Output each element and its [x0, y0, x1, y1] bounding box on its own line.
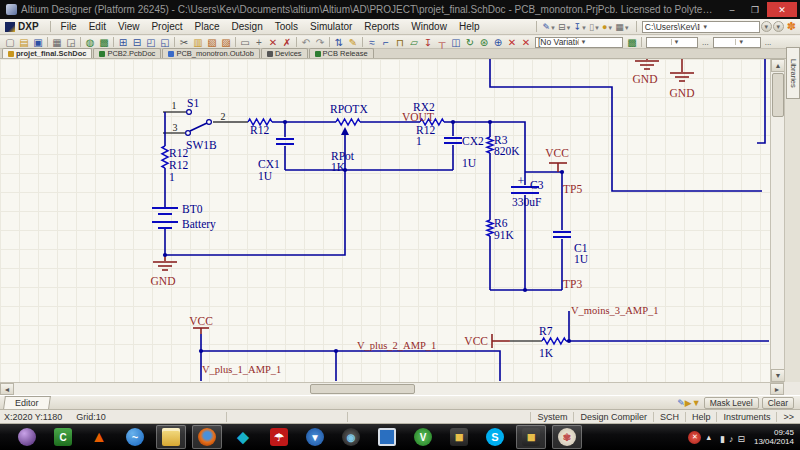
junction-dot[interactable] — [283, 120, 287, 124]
resistor-symbol[interactable] — [487, 137, 493, 153]
menu-project[interactable]: Project — [145, 21, 188, 32]
schematic-label[interactable]: + — [518, 174, 525, 188]
schematic-label[interactable]: GND — [670, 87, 695, 99]
panel-system[interactable]: System — [530, 412, 573, 422]
schematic-label[interactable]: 1K — [539, 347, 554, 359]
grid-tools-icon[interactable]: ▦▼ — [614, 22, 630, 32]
scroll-up-arrow[interactable]: ▲ — [771, 59, 785, 72]
tab-projet-final-schdoc[interactable]: projet_final.SchDoc — [2, 48, 92, 58]
schematic-label[interactable]: V_moins_3_AMP_1 — [571, 305, 659, 316]
zoom-window-icon[interactable]: ⊞ — [116, 37, 130, 48]
delete-a-icon[interactable]: ✕ — [505, 37, 519, 48]
switch-terminal[interactable] — [186, 131, 191, 136]
close-button[interactable]: ✕ — [767, 2, 797, 17]
taskbar-clock[interactable]: 09:45 13/04/2014 — [750, 428, 794, 446]
chevron-down-icon[interactable]: ▼ — [671, 39, 698, 45]
alert-tray-icon[interactable]: ✕ — [688, 431, 701, 444]
schematic-label[interactable]: GND — [151, 275, 176, 287]
schematic-label[interactable]: R6 — [494, 217, 508, 229]
junction-dot[interactable] — [560, 170, 564, 174]
schematic-label[interactable]: CX2 — [462, 135, 484, 147]
schematic-label[interactable]: R12 — [169, 159, 188, 171]
horizontal-scrollbar[interactable]: ◄ ► — [0, 382, 784, 395]
schematic-label[interactable]: 330uF — [512, 196, 541, 208]
schematic-label[interactable]: VCC — [189, 315, 213, 327]
schematic-label[interactable]: 91K — [494, 229, 515, 241]
tab-pcb-release[interactable]: PCB Release — [309, 48, 374, 58]
variant-icon[interactable]: ▩ — [625, 37, 639, 48]
redo-icon[interactable]: ↷ — [313, 37, 327, 48]
avira-taskbar-icon[interactable]: ☂ — [264, 425, 294, 449]
back-button[interactable]: ▼ — [761, 21, 772, 32]
libraries-panel-tab[interactable]: Libraries — [786, 47, 800, 99]
junction-dot[interactable] — [334, 349, 338, 353]
schematic-label[interactable]: 1 — [169, 171, 175, 183]
vuze-taskbar-icon[interactable]: V — [408, 425, 438, 449]
menu-reports[interactable]: Reports — [358, 21, 405, 32]
panel-help[interactable]: Help — [685, 412, 717, 422]
schematic-label[interactable]: VCC — [464, 335, 488, 347]
clear-selection-icon[interactable]: ✕ — [266, 37, 280, 48]
home-icon[interactable]: ✽ — [785, 20, 796, 33]
schematic-label[interactable]: V_plus_2_AMP_1 — [357, 340, 436, 351]
scroll-down-arrow[interactable]: ▼ — [771, 369, 785, 382]
vertical-scroll-thumb[interactable] — [772, 73, 784, 117]
add-object-icon[interactable]: ⊕ — [491, 37, 505, 48]
device-view-icon[interactable]: ◍ — [83, 37, 97, 48]
horizontal-scroll-thumb[interactable] — [310, 384, 415, 394]
schematic-label[interactable]: 1U — [258, 170, 273, 182]
align-tools-icon[interactable]: ⊟▼ — [557, 22, 573, 32]
schematic-label[interactable]: V_plus_1_AMP_1 — [202, 364, 281, 375]
zoom-area-icon[interactable]: ◰ — [144, 37, 158, 48]
reorder-icon[interactable]: ⇅ — [332, 37, 346, 48]
schematic-label[interactable]: 1 — [416, 135, 422, 147]
scroll-left-arrow[interactable]: ◄ — [0, 383, 14, 395]
schematic-label[interactable]: R12 — [250, 124, 269, 136]
junction-dot[interactable] — [523, 288, 527, 292]
schematic-label[interactable]: 1K — [331, 161, 346, 173]
schematic-label[interactable]: SW1B — [186, 139, 217, 151]
chevron-down-icon[interactable]: ▼ — [578, 39, 623, 45]
schematic-label[interactable]: 3 — [173, 122, 178, 133]
new-document-icon[interactable]: ▢ — [3, 37, 17, 48]
monitor-taskbar-icon[interactable] — [372, 425, 402, 449]
zoom-document-icon[interactable]: ⊟ — [130, 37, 144, 48]
menu-help[interactable]: Help — [453, 21, 486, 32]
tab-devices[interactable]: Devices — [261, 48, 308, 58]
paste-icon[interactable]: ▧ — [205, 37, 219, 48]
bluebird-taskbar-icon[interactable]: ~ — [120, 425, 150, 449]
menu-file[interactable]: File — [55, 21, 83, 32]
browse-button-1[interactable]: ... — [700, 38, 711, 47]
panel-design-compiler[interactable]: Design Compiler — [573, 412, 653, 422]
empty-combo-2[interactable]: ▼ — [713, 37, 761, 48]
eclipse-taskbar-icon[interactable] — [12, 425, 42, 449]
browse-button-2[interactable]: ... — [763, 38, 774, 47]
resistor-symbol[interactable] — [542, 338, 566, 344]
place-text-icon[interactable]: ◫ — [449, 37, 463, 48]
dxp-menu[interactable]: DXP — [0, 21, 46, 32]
potentiometer-wiper-arrow[interactable] — [341, 127, 349, 135]
clear-button[interactable]: Clear — [762, 397, 794, 409]
wiring-tools-icon[interactable]: ✎▼ — [542, 22, 558, 32]
menu-window[interactable]: Window — [405, 21, 453, 32]
place-sheet-symbol-icon[interactable]: ▱ — [407, 37, 421, 48]
firefox-taskbar-icon[interactable] — [192, 425, 222, 449]
toolbox-taskbar-icon[interactable]: ▦ — [516, 425, 546, 449]
switch-terminal[interactable] — [207, 120, 212, 125]
toolbox-taskbar-icon[interactable]: ▦ — [444, 425, 474, 449]
zoom-selection-icon[interactable]: ◱ — [158, 37, 172, 48]
schematic-label[interactable]: 2 — [221, 111, 226, 122]
schematic-label[interactable]: Battery — [182, 218, 216, 231]
scroll-right-arrow[interactable]: ► — [770, 383, 784, 395]
tab-pcb2-pcbdoc[interactable]: PCB2.PcbDoc — [93, 48, 161, 58]
vlc-taskbar-icon[interactable]: ▲ — [84, 425, 114, 449]
print-icon[interactable]: ▦ — [50, 37, 64, 48]
open-document-icon[interactable]: ▤ — [17, 37, 31, 48]
schematic-label[interactable]: VCC — [545, 147, 569, 159]
schematic-label[interactable]: VOUT — [402, 111, 434, 123]
chevron-down-icon[interactable]: ▼ — [699, 24, 759, 30]
show-hidden-icons[interactable]: ▴ — [706, 432, 711, 442]
restore-button[interactable]: ❐ — [744, 2, 766, 17]
menu-design[interactable]: Design — [226, 21, 269, 32]
select-area-icon[interactable]: ▭ — [238, 37, 252, 48]
